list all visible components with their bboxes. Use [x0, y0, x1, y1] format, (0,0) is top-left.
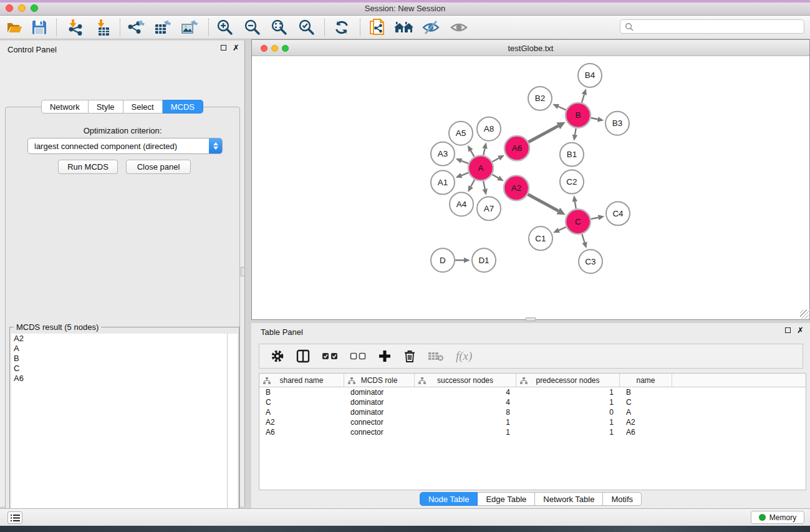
result-list-item[interactable]: A [11, 344, 227, 354]
run-mcds-button[interactable]: Run MCDS [58, 160, 118, 174]
graph-edge-A2-C[interactable] [528, 195, 558, 211]
zoom-fit-icon[interactable] [269, 17, 290, 37]
horizontal-divider-handle[interactable] [526, 317, 536, 321]
tab-node-table[interactable]: Node Table [420, 492, 478, 506]
float-panel-icon[interactable] [221, 45, 226, 51]
table-row[interactable]: Cdominator41C [259, 397, 806, 407]
deselect-all-icon[interactable] [350, 347, 366, 365]
task-history-button[interactable] [7, 511, 22, 524]
table-cell: dominator [344, 407, 415, 417]
tab-motifs[interactable]: Motifs [603, 492, 642, 506]
import-network-icon[interactable] [65, 17, 86, 37]
column-header-successor-nodes[interactable]: successor nodes [415, 374, 516, 387]
graph-edge-A6-B[interactable] [528, 126, 558, 142]
show-column-icon[interactable] [296, 347, 310, 365]
column-header-name[interactable]: name [620, 374, 672, 387]
graph-edge-C-C4[interactable] [591, 218, 599, 219]
graph-edge-arrowhead [456, 173, 463, 178]
table-cell: 1 [415, 427, 516, 437]
tab-style[interactable]: Style [89, 100, 123, 114]
graph-edge-B-B3[interactable] [591, 118, 598, 119]
table-row[interactable]: Bdominator41B [259, 387, 806, 397]
graph-edge-arrowhead [483, 188, 488, 195]
save-icon[interactable] [29, 17, 50, 37]
graph-edge-B-B4[interactable] [582, 95, 584, 103]
graph-edge-A-A3[interactable] [461, 161, 468, 163]
window-resize-grip[interactable] [800, 310, 809, 319]
import-table-icon[interactable] [93, 17, 114, 37]
delete-column-icon[interactable] [403, 347, 416, 365]
zoom-selected-icon[interactable] [296, 17, 317, 37]
table-header-row: shared nameMCDS rolesuccessor nodesprede… [259, 374, 806, 387]
table-row[interactable]: A6connector11A6 [259, 427, 806, 437]
table-cell: 1 [516, 427, 620, 437]
home-icon[interactable] [393, 17, 415, 37]
graph-edge-B-B2[interactable] [558, 107, 566, 110]
result-list-item[interactable]: A2 [11, 334, 227, 344]
export-image-icon[interactable] [179, 17, 200, 37]
table-cell: 1 [516, 417, 620, 427]
column-header-predecessor-nodes[interactable]: predecessor nodes [516, 374, 620, 387]
search-input[interactable] [636, 20, 804, 33]
close-panel-button[interactable]: Close panel [126, 160, 191, 174]
hide-icon[interactable] [420, 17, 441, 37]
graph-edge-A-A1[interactable] [461, 173, 468, 175]
graph-edge-A-A7[interactable] [483, 181, 485, 189]
optimization-criterion-select[interactable]: largest connected component (directed) [27, 138, 223, 154]
table-cell: dominator [344, 387, 415, 397]
close-panel-icon[interactable]: ✗ [233, 45, 239, 51]
tab-network[interactable]: Network [41, 100, 89, 114]
result-list-item[interactable]: B [11, 354, 227, 364]
table-cell: A2 [259, 417, 344, 427]
search-field[interactable] [620, 19, 804, 34]
open-folder-icon[interactable] [4, 17, 25, 37]
graph-edge-A-A8[interactable] [483, 148, 485, 155]
node-table[interactable]: shared nameMCDS rolesuccessor nodesprede… [259, 373, 806, 490]
graph-node-label: A6 [512, 143, 523, 153]
column-header-MCDS-role[interactable]: MCDS role [344, 374, 415, 387]
add-column-icon[interactable] [378, 347, 392, 365]
tab-edge-table[interactable]: Edge Table [478, 492, 535, 506]
graph-edge-A-A6[interactable] [492, 158, 499, 162]
optimization-criterion-label: Optimization criterion: [6, 126, 239, 135]
graph-edge-arrowhead [582, 241, 587, 248]
refresh-icon[interactable] [331, 17, 352, 37]
tab-mcds[interactable]: MCDS [163, 100, 203, 114]
control-panel-tabs: NetworkStyleSelectMCDS [0, 100, 244, 114]
graph-edge-B-B1[interactable] [575, 128, 576, 135]
main-toolbar [0, 16, 810, 39]
export-network-icon[interactable] [125, 17, 147, 37]
table-cell: A6 [620, 427, 672, 437]
tab-select[interactable]: Select [123, 100, 163, 114]
graph-edge-A-A5[interactable] [471, 150, 475, 157]
list-icon [11, 514, 20, 522]
table-cell: A [620, 407, 672, 417]
result-list-scrollbar[interactable] [227, 334, 238, 532]
graph-edge-A-A4[interactable] [471, 180, 475, 186]
table-row[interactable]: Adominator80A [259, 407, 806, 417]
graph-edge-A-A2[interactable] [492, 175, 498, 178]
network-window-titlebar[interactable]: testGlobe.txt [252, 40, 809, 56]
result-list-item[interactable]: A6 [11, 374, 227, 384]
column-header-shared-name[interactable]: shared name [259, 374, 344, 387]
close-panel-icon[interactable]: ✗ [797, 327, 804, 333]
graph-edge-C-C2[interactable] [575, 201, 576, 209]
toolbar-separator [324, 19, 325, 36]
vertical-divider-handle[interactable] [241, 267, 245, 276]
export-table-icon[interactable] [152, 17, 173, 37]
tab-network-table[interactable]: Network Table [535, 492, 603, 506]
table-row[interactable]: A2connector11A2 [259, 417, 806, 427]
table-settings-gear-icon[interactable] [271, 347, 284, 365]
graph-edge-C-C3[interactable] [582, 234, 584, 242]
table-toolbar: f(x) [259, 344, 803, 369]
graph-edge-C-C1[interactable] [559, 227, 566, 230]
float-panel-icon[interactable] [785, 327, 791, 333]
select-all-icon[interactable] [322, 347, 338, 365]
new-session-icon[interactable] [367, 17, 388, 37]
memory-button[interactable]: Memory [751, 511, 804, 524]
result-list-item[interactable]: C [11, 364, 227, 374]
zoom-in-icon[interactable] [215, 17, 236, 37]
zoom-out-icon[interactable] [242, 17, 263, 37]
network-canvas[interactable]: AA1A2A3A4A5A6A7A8BB1B2B3B4CC1C2C3C4DD1 [252, 56, 809, 319]
show-icon[interactable] [448, 17, 470, 37]
